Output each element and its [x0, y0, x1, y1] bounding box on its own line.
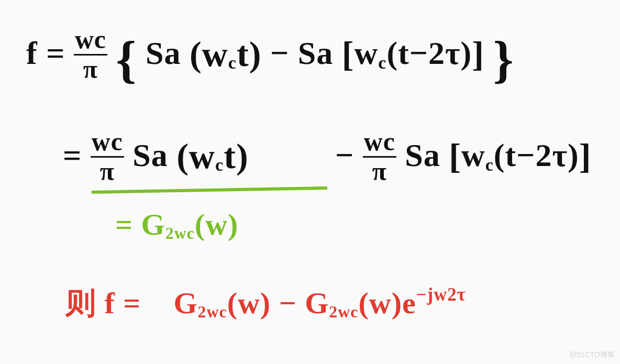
- bracket-close-2b: ]: [579, 136, 592, 176]
- sa-fn-2: Sa: [298, 35, 333, 71]
- equation-line-2b: − wc π Sa [wc(t−2τ)]: [335, 131, 591, 186]
- equation-line-4: 则 f = G2wc(w) − G2wc(w)e−jw2τ: [65, 283, 466, 324]
- eq-sign: =: [63, 137, 91, 173]
- equation-line-1: f = wc π { Sa (wct) − Sa [wc(t−2τ)] }: [26, 29, 514, 89]
- prefix-chinese: 则: [65, 286, 105, 320]
- sa-fn-1: Sa: [146, 35, 181, 71]
- minus-2b: −: [335, 137, 363, 173]
- exponent: −jw2τ: [416, 284, 466, 305]
- lhs: f =: [26, 35, 65, 71]
- watermark: @51CTO博客: [569, 350, 615, 360]
- fraction-wc-pi-2a: wc π: [91, 129, 124, 184]
- fraction-wc-pi-2b: wc π: [363, 129, 396, 184]
- open-brace: {: [116, 31, 137, 88]
- term1-arg-open: (w: [190, 34, 228, 74]
- minus-4: −: [279, 286, 305, 320]
- equation-line-3: = G2wc(w): [115, 207, 238, 243]
- handwriting-canvas: f = wc π { Sa (wct) − Sa [wc(t−2τ)] } = …: [0, 0, 620, 364]
- minus: −: [270, 35, 298, 71]
- g1: G: [173, 286, 197, 320]
- bracket-open-2b: [: [449, 136, 461, 176]
- eq-sign-3: =: [115, 207, 141, 241]
- close-brace: }: [493, 31, 514, 88]
- sa-fn-2a: Sa: [132, 137, 168, 173]
- g2: G: [305, 286, 329, 320]
- g-symbol: G: [141, 207, 165, 241]
- sa-fn-2b: Sa: [405, 137, 440, 173]
- equation-line-2a: = wc π Sa (wct): [63, 131, 249, 186]
- bracket-open: [: [342, 34, 355, 74]
- underline-annotation: [92, 186, 327, 194]
- fraction-wc-pi: wc π: [74, 27, 107, 82]
- bracket-close: ]: [472, 34, 484, 74]
- lhs-4: f =: [105, 286, 149, 320]
